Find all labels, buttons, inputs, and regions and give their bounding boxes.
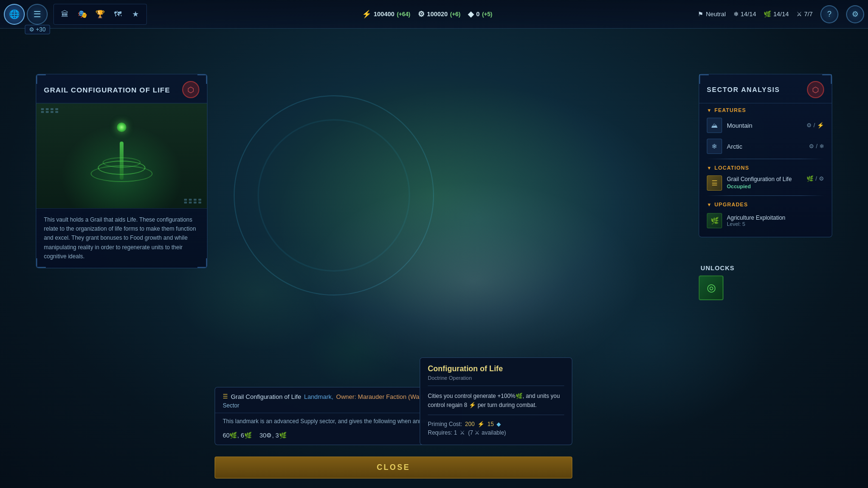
landmark-type: Landmark, [304, 393, 333, 400]
location-gear-icon: ⚙ [819, 175, 824, 182]
energy-value: 100400 [374, 10, 394, 18]
science-value: 14/14 [741, 10, 756, 18]
location-action-icons: 🌿 / ⚙ [806, 175, 824, 182]
priming-influence-value: 15 [487, 421, 494, 427]
config-card: Configuration of Life Doctrine Operation… [420, 357, 572, 445]
bottom-grid [184, 199, 202, 203]
arctic-gear-icon: ⚙ [809, 143, 814, 150]
science-icon: ❄ [734, 10, 739, 18]
influence-icon: ◆ [468, 10, 474, 19]
upgrade-level: Level: 5 [727, 221, 824, 227]
divider-2 [707, 195, 824, 196]
upgrades-label: UPGRADES [714, 202, 748, 207]
feature-arctic: ❄ Arctic ⚙ / ❄ [699, 136, 832, 157]
priming-cost-label: Priming Cost: [428, 421, 462, 427]
close-button-label: CLOSE [377, 463, 410, 472]
features-arrow-icon: ▼ [707, 108, 712, 113]
mountain-icon: ⛰ [707, 118, 722, 133]
info-body-text: This landmark is an advanced Supply sect… [223, 418, 428, 425]
locations-section-header: ▼ LOCATIONS [699, 161, 832, 173]
divider-1 [707, 159, 824, 159]
faction-name: Neutral [706, 10, 726, 18]
unlocks-label: UNLOCKS [699, 264, 832, 272]
config-priming-cost: Priming Cost: 200 ⚡ 15 ◆ [428, 421, 564, 427]
resource-industry-30: 30⚙, 3🌿 [259, 432, 287, 439]
location-info: Grail Configuration of Life Occupied [727, 175, 802, 189]
upgrades-section-header: ▼ UPGRADES [699, 198, 832, 209]
grail-orb [117, 122, 126, 132]
config-subtitle: Doctrine Operation [428, 375, 564, 386]
unlocks-section: UNLOCKS ◎ [699, 264, 832, 300]
top-hud: 🌐 ☰ 🏛 🎭 🏆 🗺 ★ ⚡ 100400 (+64) ⚙ 100020 (+… [0, 0, 868, 29]
image-grid-overlay [41, 108, 59, 113]
industry-value: 100020 [427, 10, 447, 18]
influence-value: 0 [476, 10, 479, 18]
nav-icons-group: 🏛 🎭 🏆 🗺 ★ [53, 4, 147, 25]
grail-ring-2 [91, 165, 153, 182]
mountain-energy-icon: ⚡ [817, 122, 824, 129]
priming-energy-icon: ⚡ [477, 421, 485, 427]
menu-button[interactable]: ☰ [27, 4, 48, 25]
features-label: FEATURES [714, 107, 746, 113]
food-icon: 🌿 [764, 10, 771, 18]
food-value: 14/14 [773, 10, 789, 18]
grail-ring-3 [103, 157, 141, 168]
influence-resource: ◆ 0 (+5) [468, 10, 492, 19]
config-requires: Requires: 1 ⚔ (7 ⚔ available) [428, 429, 564, 436]
globe-button[interactable]: 🌐 [4, 4, 25, 25]
arctic-icon: ❄ [707, 139, 722, 154]
feature-mountain: ⛰ Mountain ⚙ / ⚡ [699, 115, 832, 136]
location-grail[interactable]: ☰ Grail Configuration of Life Occupied 🌿… [699, 173, 832, 193]
left-panel-description: This vault holds a Grail that aids Life.… [36, 208, 207, 268]
trophy-nav-icon[interactable]: 🏆 [92, 6, 108, 22]
arctic-snow-icon: ❄ [819, 143, 824, 150]
map-nav-icon[interactable]: 🗺 [110, 6, 126, 22]
mountain-name: Mountain [727, 122, 802, 129]
locations-label: LOCATIONS [714, 165, 749, 171]
hud-left-section: 🌐 ☰ 🏛 🎭 🏆 🗺 ★ [4, 4, 147, 25]
grail-visual [93, 118, 150, 194]
close-button[interactable]: CLOSE [215, 457, 572, 478]
stat-food: 🌿 14/14 [764, 10, 789, 18]
mountain-gear-icon: ⚙ [806, 122, 812, 129]
star-nav-icon[interactable]: ★ [127, 6, 144, 22]
right-faction-crest-icon: ⬡ [812, 85, 819, 94]
resources-bar: ⚡ 100400 (+64) ⚙ 100020 (+6) ◆ 0 (+5) [156, 10, 698, 19]
upgrade-agriculture: 🌿 Agriculture Exploitation Level: 5 [699, 209, 832, 232]
features-section-header: ▼ FEATURES [699, 103, 832, 115]
faction-icon: ⚑ [698, 10, 703, 18]
industry-icon: ⚙ [418, 10, 424, 19]
energy-bonus: (+64) [397, 11, 410, 18]
landmark-name: Grail Configuration of Life [231, 393, 301, 400]
resource-food-60: 60🌿, 6🌿 [223, 432, 252, 439]
energy-icon: ⚡ [362, 10, 372, 19]
city-nav-icon[interactable]: 🏛 [57, 6, 73, 22]
culture-nav-icon[interactable]: 🎭 [74, 6, 91, 22]
left-panel-artwork [36, 103, 207, 208]
military-value: 7/7 [804, 10, 813, 18]
location-status: Occupied [727, 183, 802, 189]
location-food-icon: 🌿 [806, 175, 814, 182]
upgrade-info: Agriculture Exploitation Level: 5 [727, 214, 824, 227]
energy-resource: ⚡ 100400 (+64) [362, 10, 411, 19]
bonus-value: +30 [36, 26, 45, 33]
landmark-small-icon: ☰ [223, 393, 228, 400]
priming-influence-icon: ◆ [496, 421, 501, 427]
priming-cost-value: 200 [465, 421, 475, 427]
settings-button[interactable]: ⚙ [846, 5, 864, 23]
help-button[interactable]: ? [820, 5, 838, 23]
requires-available: (7 ⚔ available) [468, 429, 506, 436]
upgrades-arrow-icon: ▼ [707, 202, 712, 207]
locations-arrow-icon: ▼ [707, 165, 712, 171]
right-panel-header: SECTOR ANALYSIS ⬡ [699, 74, 832, 103]
left-panel-header: GRAIL CONFIGURATION OF LIFE ⬡ [36, 74, 207, 103]
config-title: Configuration of Life [428, 365, 564, 373]
mountain-icons: ⚙ / ⚡ [806, 122, 824, 129]
config-description: Cities you control generate +100%🌿, and … [428, 392, 564, 415]
arctic-name: Arctic [727, 143, 804, 150]
bonus-badge: ⚙ +30 [25, 25, 50, 34]
industry-bonus: (+6) [450, 11, 461, 18]
faction-indicator: ⚑ Neutral [698, 10, 726, 18]
requires-label: Requires: 1 [428, 429, 457, 436]
right-panel: SECTOR ANALYSIS ⬡ ▼ FEATURES ⛰ Mountain … [699, 74, 832, 237]
